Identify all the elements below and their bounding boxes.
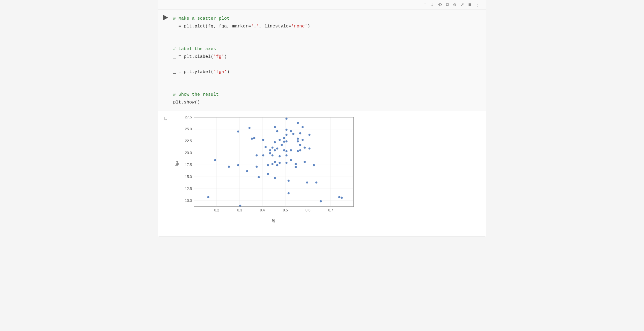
svg-point-33 [269, 152, 271, 154]
svg-point-16 [214, 159, 216, 161]
ytick-25: 25.0 [185, 127, 192, 131]
scatter-plot-svg: 27.5 25.0 22.5 20.0 17.5 15.0 12.5 10.0 [173, 114, 358, 228]
xtick-06: 0.6 [306, 208, 311, 212]
code-cell: # Make a scatter plot _ = plt.plot(fg, f… [158, 10, 486, 237]
cell-input-area: # Make a scatter plot _ = plt.plot(fg, f… [158, 10, 486, 111]
svg-point-19 [237, 131, 239, 133]
svg-point-82 [313, 164, 315, 166]
svg-point-53 [286, 118, 288, 120]
comment-line-1: # Make a scatter plot [173, 16, 229, 21]
comment-line-2: # Label the axes [173, 47, 216, 52]
svg-point-26 [256, 166, 258, 168]
xtick-02: 0.2 [214, 208, 219, 212]
move-down-icon[interactable]: ↓ [431, 2, 434, 7]
xtick-07: 0.7 [328, 208, 333, 212]
svg-point-68 [297, 122, 299, 124]
svg-point-24 [253, 137, 255, 139]
svg-point-20 [239, 205, 241, 207]
code-line-2: _ = plt.xlabel('fg') [173, 54, 227, 59]
svg-point-46 [279, 139, 281, 141]
code-line-3: _ = plt.ylabel('fga') [173, 69, 229, 75]
stop-icon[interactable]: ■ [468, 2, 471, 7]
refresh-icon[interactable]: ⟲ [438, 2, 442, 8]
comment-line-3: # Show the result [173, 92, 219, 97]
ytick-175: 17.5 [185, 163, 192, 167]
settings-icon[interactable]: ⚙ [453, 2, 456, 8]
svg-point-57 [286, 150, 288, 152]
svg-point-62 [290, 130, 292, 132]
svg-point-66 [295, 163, 297, 165]
svg-point-30 [265, 146, 267, 148]
expand-icon[interactable]: ⤢ [460, 2, 464, 8]
svg-point-22 [249, 127, 251, 129]
svg-point-71 [297, 150, 299, 152]
svg-point-54 [286, 129, 288, 131]
code-editor[interactable]: # Make a scatter plot _ = plt.plot(fg, f… [173, 13, 486, 108]
svg-point-23 [251, 138, 253, 140]
cell-toolbar: ↑ ↓ ⟲ ⧉ ⚙ ⤢ ■ ⋮ [158, 0, 486, 10]
ytick-10: 10.0 [185, 199, 192, 203]
ytick-20: 20.0 [185, 151, 192, 155]
svg-point-72 [299, 132, 301, 134]
svg-point-45 [276, 164, 278, 166]
svg-point-25 [256, 154, 258, 157]
svg-point-73 [299, 144, 301, 146]
svg-point-55 [286, 134, 288, 136]
svg-point-65 [292, 133, 295, 135]
svg-point-70 [297, 140, 299, 143]
svg-point-81 [309, 148, 311, 150]
run-button[interactable] [158, 13, 173, 20]
svg-point-35 [272, 147, 274, 149]
svg-point-79 [306, 182, 308, 184]
svg-point-60 [288, 180, 290, 182]
svg-point-77 [304, 147, 306, 149]
svg-point-83 [315, 182, 318, 184]
move-up-icon[interactable]: ↑ [424, 2, 427, 7]
svg-point-74 [299, 149, 301, 151]
xtick-03: 0.3 [237, 208, 242, 212]
svg-point-67 [295, 166, 297, 168]
svg-point-40 [274, 149, 276, 151]
svg-point-76 [302, 139, 304, 141]
svg-point-48 [279, 162, 281, 164]
xtick-04: 0.4 [260, 208, 265, 212]
svg-point-58 [286, 154, 288, 157]
svg-point-86 [341, 197, 343, 199]
svg-point-42 [274, 177, 276, 179]
y-axis-label: fga [175, 161, 179, 166]
chart-container: 27.5 25.0 22.5 20.0 17.5 15.0 12.5 10.0 [173, 114, 358, 228]
svg-point-64 [290, 159, 292, 161]
output-label: ↳ [158, 114, 173, 122]
run-triangle-icon[interactable] [163, 15, 168, 20]
svg-point-18 [237, 164, 239, 166]
x-axis-label: fg [272, 218, 275, 222]
svg-point-27 [258, 176, 260, 178]
svg-point-38 [274, 126, 276, 128]
svg-point-61 [288, 192, 290, 194]
svg-point-69 [297, 138, 299, 140]
svg-point-51 [283, 141, 285, 143]
xtick-05: 0.5 [283, 208, 288, 212]
copy-icon[interactable]: ⧉ [446, 2, 449, 8]
more-icon[interactable]: ⋮ [475, 2, 480, 8]
ytick-275: 27.5 [185, 115, 192, 119]
svg-point-36 [272, 154, 274, 157]
cell-output-area: ↳ 27.5 25.0 [158, 111, 486, 236]
svg-point-44 [276, 148, 278, 150]
svg-point-32 [267, 173, 269, 175]
svg-point-49 [281, 144, 283, 146]
svg-point-75 [302, 126, 304, 128]
svg-point-41 [274, 161, 276, 163]
svg-point-29 [262, 139, 264, 141]
svg-point-80 [309, 134, 311, 136]
svg-point-39 [274, 141, 276, 143]
ytick-225: 22.5 [185, 139, 192, 143]
svg-point-34 [269, 149, 271, 151]
svg-point-43 [276, 130, 278, 132]
svg-point-50 [283, 137, 285, 139]
svg-point-84 [320, 200, 322, 202]
svg-point-85 [338, 196, 341, 198]
code-line-1: _ = plt.plot(fg, fga, marker='.', linest… [173, 24, 310, 29]
notebook-wrapper: ↑ ↓ ⟲ ⧉ ⚙ ⤢ ■ ⋮ # Make a scatter plot _ … [158, 0, 486, 237]
code-line-4: plt.show() [173, 100, 200, 105]
